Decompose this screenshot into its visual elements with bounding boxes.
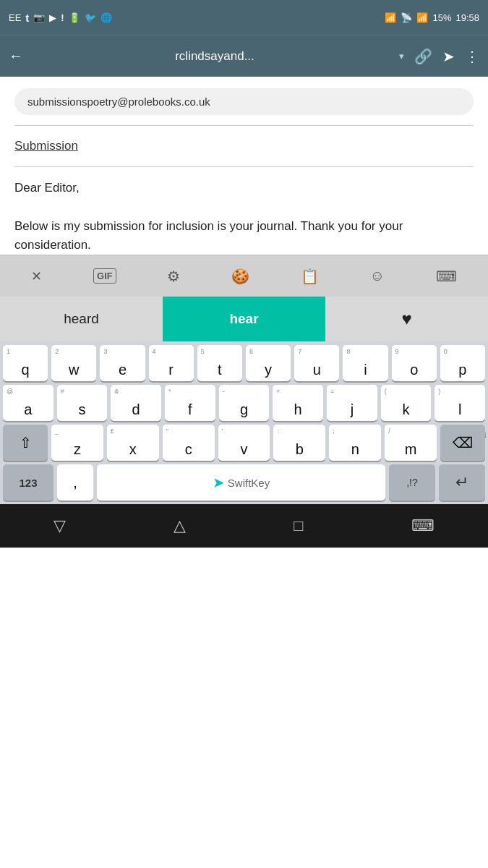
key-i[interactable]: 8 i — [343, 345, 388, 381]
key-j[interactable]: = j — [327, 385, 377, 421]
backspace-key[interactable]: ⌫ — [440, 425, 485, 461]
key-row-3: ⇧ _ z £ x " c ' v : b ; n / m — [0, 421, 488, 461]
to-divider — [14, 125, 474, 126]
subject-divider — [14, 166, 474, 167]
enter-icon: ↵ — [455, 473, 468, 492]
keyboard-nav-button[interactable]: ⌨ — [411, 516, 435, 535]
swiftkey-label: SwiftKey — [228, 477, 270, 489]
subject-field[interactable]: Submission — [14, 133, 474, 159]
key-z[interactable]: _ z — [51, 425, 103, 461]
keyboard: 1 q 2 w 3 e 4 r 5 t 6 y 7 u 8 i — [0, 341, 488, 504]
gif-button[interactable]: GIF — [93, 268, 116, 284]
key-v[interactable]: ' v — [218, 425, 270, 461]
key-g[interactable]: - g — [219, 385, 270, 421]
sticker-icon[interactable]: 🍪 — [231, 268, 249, 285]
key-m[interactable]: / m — [385, 425, 437, 461]
suggestion-heart[interactable]: ♥ — [325, 297, 488, 341]
key-row-2: @ a # s & d * f - g + h = j ( k — [0, 381, 488, 421]
key-w[interactable]: 2 w — [51, 345, 96, 381]
key-b[interactable]: : b — [273, 425, 325, 461]
home-nav-button[interactable]: △ — [174, 516, 186, 535]
key-n[interactable]: ; n — [329, 425, 381, 461]
key-l[interactable]: ) l — [435, 385, 485, 421]
recent-apps-button[interactable]: □ — [294, 516, 303, 535]
heart-symbol: ♥ — [401, 309, 411, 329]
instagram-icon: 📷 — [33, 12, 45, 23]
numeric-key[interactable]: 123 — [3, 464, 53, 501]
swiftkey-logo: ➤ SwiftKey — [213, 474, 270, 491]
battery-percent: 15% — [432, 12, 451, 23]
compose-area: submissionspoetry@prolebooks.co.uk Submi… — [0, 77, 488, 255]
close-keyboard-button[interactable]: ✕ — [31, 268, 42, 284]
status-bar-left: EE t 📷 ▶ ! 🔋 🐦 🌐 — [9, 12, 112, 24]
key-row-4: 123 , ➤ SwiftKey ,!? ↵ — [0, 461, 488, 504]
more-button[interactable]: ⋮ — [465, 48, 479, 65]
word-suggestions: heard hear ♥ — [0, 297, 488, 341]
shift-icon: ⇧ — [20, 434, 32, 451]
special-label: ,!? — [406, 477, 418, 488]
carrier-label: EE — [9, 12, 21, 23]
key-t[interactable]: 5 t — [197, 345, 242, 381]
key-h[interactable]: + h — [273, 385, 323, 421]
key-x[interactable]: £ x — [107, 425, 159, 461]
battery-icon: 🔋 — [69, 12, 80, 23]
key-y[interactable]: 6 y — [246, 345, 291, 381]
key-u[interactable]: 7 u — [294, 345, 339, 381]
settings-icon[interactable]: ⚙ — [167, 268, 180, 285]
alert-icon: ! — [61, 12, 64, 23]
body-line1: Dear Editor, — [14, 179, 474, 197]
nav-bar: ▽ △ □ ⌨ — [0, 504, 488, 548]
comma-char: , — [73, 475, 77, 491]
key-row-1: 1 q 2 w 3 e 4 r 5 t 6 y 7 u 8 i — [0, 341, 488, 381]
key-r[interactable]: 4 r — [149, 345, 194, 381]
key-o[interactable]: 9 o — [392, 345, 437, 381]
emoji-icon[interactable]: ☺ — [369, 268, 384, 284]
shift-key[interactable]: ⇧ — [3, 425, 48, 461]
twitter-icon: 🐦 — [85, 12, 96, 23]
key-e[interactable]: 3 e — [100, 345, 145, 381]
suggestion-heard[interactable]: heard — [0, 297, 163, 341]
back-nav-button[interactable]: ▽ — [53, 516, 66, 535]
body-line2: Below is my submission for inclusion is … — [14, 217, 474, 255]
status-bar: EE t 📷 ▶ ! 🔋 🐦 🌐 📶 📡 📶 15% 19:58 — [0, 0, 488, 35]
suggestion-hear[interactable]: hear — [163, 297, 325, 341]
to-field[interactable]: submissionspoetry@prolebooks.co.uk — [14, 88, 474, 115]
comma-key[interactable]: , — [57, 464, 93, 501]
status-bar-right: 📶 📡 📶 15% 19:58 — [385, 12, 479, 23]
time-display: 19:58 — [455, 12, 479, 23]
key-a[interactable]: @ a — [3, 385, 53, 421]
space-key[interactable]: ➤ SwiftKey — [97, 464, 385, 501]
special-key[interactable]: ,!? — [389, 464, 435, 501]
keyboard-icon-bar: ✕ GIF ⚙ 🍪 📋 ☺ ⌨ a — [0, 255, 488, 297]
enter-key[interactable]: ↵ — [439, 464, 485, 501]
numeric-label: 123 — [19, 477, 37, 489]
swiftkey-arrow-icon: ➤ — [213, 474, 225, 491]
back-button[interactable]: ← — [9, 48, 23, 64]
keyboard-icon[interactable]: ⌨ — [436, 268, 457, 285]
toolbar: ← rclindsayand... ▾ 🔗 ➤ ⋮ — [0, 35, 488, 77]
signal-bars-icon: 📶 — [416, 12, 428, 23]
key-k[interactable]: ( k — [381, 385, 432, 421]
email-body[interactable]: Dear Editor, Below is my submission for … — [14, 179, 474, 255]
key-p[interactable]: 0 p — [440, 345, 485, 381]
signal-strength-icon: 📶 — [385, 12, 396, 23]
toolbar-title: rclindsayand... — [33, 49, 396, 64]
backspace-icon: ⌫ — [453, 434, 473, 451]
send-button[interactable]: ➤ — [442, 48, 455, 65]
network-icon: 🌐 — [100, 12, 112, 23]
key-q[interactable]: 1 q — [3, 345, 48, 381]
attachment-button[interactable]: 🔗 — [414, 48, 432, 65]
key-c[interactable]: " c — [163, 425, 215, 461]
key-f[interactable]: * f — [165, 385, 215, 421]
dropdown-button[interactable]: ▾ — [399, 51, 404, 61]
wifi-icon: 📡 — [401, 12, 412, 23]
t-app-icon: t — [25, 12, 29, 24]
clipboard-icon[interactable]: 📋 — [301, 268, 319, 285]
youtube-icon: ▶ — [49, 12, 56, 23]
key-s[interactable]: # s — [57, 385, 108, 421]
key-d[interactable]: & d — [111, 385, 161, 421]
